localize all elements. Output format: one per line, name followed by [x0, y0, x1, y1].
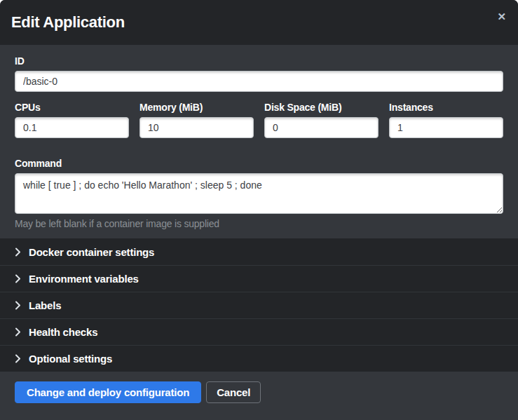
- instances-input[interactable]: [389, 117, 503, 138]
- chevron-right-icon: [15, 248, 21, 257]
- section-label: Optional settings: [29, 353, 112, 365]
- disk-field-group: Disk Space (MiB): [264, 102, 379, 138]
- section-health-checks[interactable]: Health checks: [0, 318, 518, 345]
- memory-field-group: Memory (MiB): [139, 102, 254, 138]
- memory-input[interactable]: [139, 117, 254, 138]
- chevron-right-icon: [15, 301, 21, 310]
- section-label: Environment variables: [29, 273, 139, 285]
- cpus-input[interactable]: [15, 117, 129, 138]
- section-docker-container-settings[interactable]: Docker container settings: [0, 238, 518, 265]
- instances-field-group: Instances: [389, 102, 503, 148]
- modal-header: Edit Application ✕: [0, 0, 518, 45]
- section-label: Labels: [29, 299, 61, 311]
- instances-label: Instances: [389, 102, 503, 113]
- cpus-label: CPUs: [15, 102, 129, 113]
- application-form: ID CPUs Memory (MiB) Disk Space (MiB) In…: [0, 45, 518, 238]
- close-button[interactable]: ✕: [494, 10, 509, 23]
- resources-row: CPUs Memory (MiB) Disk Space (MiB) Insta…: [15, 102, 503, 148]
- disk-input[interactable]: [264, 117, 379, 138]
- section-labels[interactable]: Labels: [0, 292, 518, 318]
- command-helper-text: May be left blank if a container image i…: [15, 218, 503, 229]
- modal-footer: Change and deploy configuration Cancel: [0, 372, 518, 420]
- id-label: ID: [15, 55, 503, 67]
- memory-label: Memory (MiB): [139, 102, 254, 113]
- disk-label: Disk Space (MiB): [264, 102, 379, 113]
- modal-title: Edit Application: [11, 13, 125, 32]
- close-icon: ✕: [497, 11, 506, 22]
- chevron-right-icon: [15, 327, 21, 337]
- cpus-field-group: CPUs: [15, 102, 129, 138]
- collapsible-sections: Docker container settings Environment va…: [0, 238, 518, 372]
- command-textarea[interactable]: while [ true ] ; do echo 'Hello Marathon…: [15, 173, 503, 214]
- chevron-right-icon: [15, 354, 21, 363]
- section-label: Health checks: [29, 326, 97, 338]
- command-field-group: Command while [ true ] ; do echo 'Hello …: [15, 158, 503, 229]
- cancel-button[interactable]: Cancel: [206, 381, 261, 403]
- edit-application-modal: Edit Application ✕ ID CPUs Memory (MiB) …: [0, 0, 518, 420]
- id-input[interactable]: [15, 71, 503, 92]
- id-field-group: ID: [15, 55, 503, 92]
- section-label: Docker container settings: [29, 246, 154, 258]
- chevron-right-icon: [15, 274, 21, 283]
- section-environment-variables[interactable]: Environment variables: [0, 265, 518, 292]
- command-label: Command: [15, 158, 503, 169]
- change-and-deploy-button[interactable]: Change and deploy configuration: [15, 381, 201, 403]
- section-optional-settings[interactable]: Optional settings: [0, 345, 518, 372]
